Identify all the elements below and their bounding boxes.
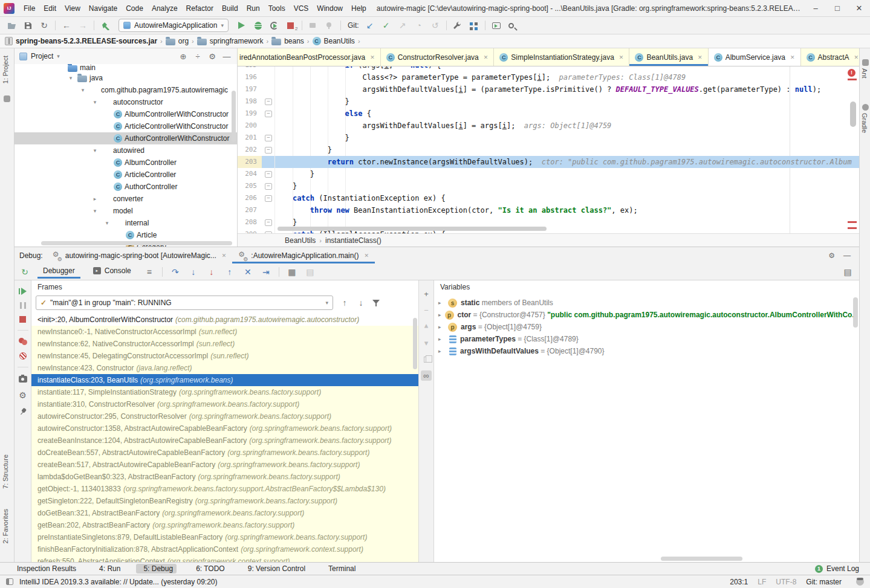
search-everywhere-button[interactable] [507, 20, 518, 31]
breadcrumb[interactable]: org › [166, 37, 194, 45]
line-number[interactable]: 206 [238, 192, 262, 204]
run-anything-button[interactable] [491, 20, 502, 31]
run-button[interactable] [236, 20, 247, 31]
editor-tab[interactable]: AlbumService.java ✕ [709, 48, 801, 66]
gear-icon[interactable]: ⚙ [828, 251, 835, 260]
fold-gutter[interactable] [262, 108, 275, 120]
rollback-button[interactable]: ↺ [430, 20, 441, 31]
expand-chevron-icon[interactable]: ▸ [438, 300, 444, 306]
line-number[interactable]: 204 [238, 168, 262, 180]
stack-frame-row[interactable]: refresh:550, AbstractApplicationContext(… [31, 555, 418, 562]
tree-node[interactable]: ArticleController [15, 169, 237, 181]
stack-frame-row[interactable]: newInstance:45, DelegatingConstructorAcc… [31, 350, 418, 362]
remove-watch-button[interactable]: − [421, 305, 432, 315]
status-widget[interactable]: 203:1 [730, 578, 748, 586]
menu-item[interactable]: Run [242, 0, 264, 17]
breadcrumb[interactable]: BeanUtils › [313, 37, 360, 45]
view-breakpoints-button[interactable] [19, 338, 27, 345]
tree-node[interactable]: ArticleControllerWithConstructor [15, 120, 237, 132]
highlighting-level-icon[interactable] [856, 578, 864, 586]
stack-frame-row[interactable]: getBean:202, AbstractBeanFactory(org.spr… [31, 519, 418, 531]
fold-gutter[interactable] [262, 156, 275, 168]
error-indicator-badge[interactable]: ! [848, 69, 855, 77]
tool-window-button[interactable]: 9: Version Control [241, 564, 309, 573]
thread-dump-button[interactable] [19, 376, 27, 383]
debug-button[interactable] [253, 20, 264, 31]
collapse-all-button[interactable]: ÷ [192, 52, 203, 61]
menu-item[interactable]: Analyze [148, 0, 182, 17]
maximize-button[interactable]: □ [826, 0, 848, 16]
error-stripe-mark[interactable] [848, 227, 857, 229]
variables-horizontal-scrollbar[interactable] [661, 557, 742, 561]
fold-gutter[interactable] [262, 71, 275, 83]
rerun-button[interactable]: ↻ [19, 267, 30, 277]
stack-frame-row[interactable]: newInstance:62, NativeConstructorAccesso… [31, 338, 418, 350]
variable-row[interactable]: ▸ ctor = {Constructor@4757} "public com.… [434, 309, 859, 321]
tree-chevron-icon[interactable]: ▸ [91, 196, 99, 202]
variables-vertical-scrollbar[interactable] [853, 297, 858, 328]
menu-item[interactable]: VCS [290, 0, 313, 17]
line-number[interactable]: 208 [238, 216, 262, 228]
stack-frame-row[interactable]: finishBeanFactoryInitialization:878, Abs… [31, 543, 418, 555]
tree-node[interactable]: AuthorController [15, 181, 237, 193]
stack-frame-row[interactable]: preInstantiateSingletons:879, DefaultLis… [31, 531, 418, 543]
menu-item[interactable]: Window [313, 0, 347, 17]
tool-window-button[interactable]: Inspection Results [10, 564, 80, 573]
breadcrumb-class[interactable]: BeanUtils [285, 236, 316, 245]
tree-node[interactable]: ▾ com.github.pagram1975.autowiremagic [15, 84, 237, 96]
move-watch-down-button[interactable]: ▾ [421, 338, 432, 348]
tool-window-toggle-icon[interactable] [6, 578, 13, 585]
step-out-button[interactable]: ↑ [224, 267, 235, 277]
fold-gutter[interactable] [262, 83, 275, 95]
git-commit-button[interactable]: ✓ [381, 20, 392, 31]
git-push-button[interactable]: ↗ [397, 20, 408, 31]
line-number[interactable]: 209 [238, 228, 262, 233]
add-watch-button[interactable]: + [421, 289, 432, 299]
editor-vertical-scrollbar[interactable] [850, 102, 856, 127]
stack-frame-row[interactable]: instantiate:310, ConstructorResolver(org… [31, 398, 418, 410]
menu-item[interactable]: Tools [264, 0, 290, 17]
force-step-into-button[interactable]: ↓ [206, 267, 217, 277]
tree-chevron-icon[interactable]: ▾ [91, 99, 99, 105]
tree-node[interactable]: Article [15, 229, 237, 241]
fold-gutter[interactable] [262, 228, 275, 233]
project-structure-button[interactable] [469, 20, 479, 31]
line-number[interactable]: 200 [238, 120, 262, 132]
line-number[interactable]: 202 [238, 144, 262, 156]
stack-frame-row[interactable]: newInstance0:-1, NativeConstructorAccess… [31, 326, 418, 338]
stack-frame-row[interactable]: createBean:517, AbstractAutowireCapableB… [31, 459, 418, 471]
run-configuration-select[interactable]: AutowireMagicApplication ▾ [118, 19, 229, 32]
run-to-cursor-button[interactable]: ⇥ [261, 267, 271, 277]
tree-chevron-icon[interactable]: ▾ [103, 220, 111, 226]
sidebar-tab-favorites[interactable]: 2: Favorites [2, 509, 9, 543]
fold-gutter[interactable] [262, 180, 275, 192]
tool-window-button[interactable]: 4: Run [92, 564, 124, 573]
project-view-selector[interactable]: Project [31, 52, 53, 60]
sidebar-tab-gradle[interactable]: Gradle [861, 113, 868, 133]
status-message[interactable]: IntelliJ IDEA 2019.3.3 available: // Upd… [19, 578, 218, 586]
pause-button[interactable] [20, 302, 26, 309]
stop-button[interactable] [19, 316, 26, 323]
fold-gutter[interactable] [262, 95, 275, 108]
menu-item[interactable]: Build [218, 0, 242, 17]
wrench-settings-button[interactable] [452, 20, 463, 31]
tree-chevron-icon[interactable]: ▾ [79, 87, 87, 93]
tree-node[interactable]: ▾ internal [15, 217, 237, 229]
menu-item[interactable]: View [60, 0, 85, 17]
frames-vertical-scrollbar[interactable] [413, 318, 417, 369]
breadcrumb-method[interactable]: instantiateClass() [325, 236, 381, 245]
editor-tab[interactable]: AbstractA ✕ [801, 48, 859, 66]
stack-frame-row[interactable]: instantiate:117, SimpleInstantiationStra… [31, 386, 418, 398]
line-number[interactable]: 199 [238, 108, 262, 120]
status-widget[interactable]: UTF-8 [776, 578, 796, 586]
stack-frame-row[interactable]: getSingleton:222, DefaultSingletonBeanRe… [31, 495, 418, 507]
tab-debugger[interactable]: Debugger [37, 265, 80, 279]
tool-window-button[interactable]: 5: Debug [136, 564, 177, 573]
stack-frame-row[interactable]: lambda$doGetBean$0:323, AbstractBeanFact… [31, 471, 418, 483]
tree-chevron-icon[interactable]: ▾ [91, 147, 99, 153]
debug-session-tab[interactable]: :AutowireMagicApplication.main() ✕ [232, 247, 375, 263]
tree-node[interactable]: AuthorControllerWithConstructor [15, 132, 237, 144]
stack-frame-row[interactable]: getObject:-1, 1134013833(org.springframe… [31, 483, 418, 495]
fold-gutter[interactable] [262, 144, 275, 156]
error-stripe-mark[interactable] [848, 79, 857, 80]
